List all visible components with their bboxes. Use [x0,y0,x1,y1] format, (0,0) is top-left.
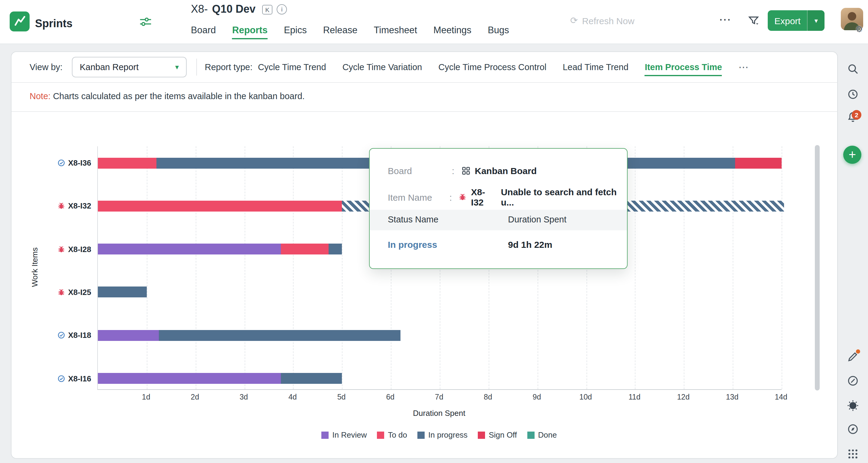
work-item-label-x8-i25[interactable]: X8-I25 [11,286,91,298]
tab-board[interactable]: Board [191,25,216,39]
tooltip-duration-value: 9d 1h 22m [508,239,552,250]
feedback-alert-dot [856,349,860,354]
work-item-id: X8-I25 [68,288,91,297]
search-icon[interactable] [847,63,859,75]
vertical-scrollbar[interactable] [815,145,820,390]
legend-label: Sign Off [489,430,517,439]
report-tab-lead-time-trend[interactable]: Lead Time Trend [563,62,628,72]
item-process-time-chart: Work Items Duration Spent In ReviewTo do… [11,111,837,458]
compass-icon[interactable] [847,423,859,435]
sprints-logo[interactable] [10,11,30,31]
header-more-button[interactable]: ⋯ [719,12,732,27]
apps-grid-icon[interactable] [847,448,859,460]
view-by-label: View by: [30,62,63,72]
settings-gear-icon[interactable]: ⚙ [855,24,863,34]
note-prefix: Note: [30,91,51,101]
bar-segment-x8-i28-to-do[interactable] [281,243,329,255]
sprints-logo-glyph [12,14,27,29]
work-item-label-x8-i28[interactable]: X8-I28 [11,243,91,255]
bar-segment-x8-i32-to-do[interactable] [98,201,342,211]
bug-icon [57,202,65,210]
work-item-label-x8-i18[interactable]: X8-I18 [11,329,91,341]
report-tab-label: Cycle Time Process Control [438,62,546,76]
tooltip-board-row: Board : Kanban Board [388,166,537,176]
x-axis-tick-9d: 9d [522,393,552,401]
tab-epics[interactable]: Epics [284,25,307,39]
board-settings-icon[interactable] [139,16,152,30]
report-tab-cycle-time-process-control[interactable]: Cycle Time Process Control [438,62,546,72]
report-tab-label: Cycle Time Trend [258,62,326,76]
gridline-12d [684,146,685,389]
tooltip-separator: : [452,166,462,176]
work-item-label-x8-i32[interactable]: X8-I32 [11,200,91,212]
info-icon[interactable]: i [277,4,287,15]
legend-item-in-review[interactable]: In Review [321,430,367,439]
feedback-pencil-icon[interactable] [847,351,859,363]
toolbar-divider [196,59,197,76]
chart-tooltip: Board : Kanban Board Item Name : X8-I32 … [369,148,628,269]
tooltip-item-id: X8-I32 [471,187,497,207]
tooltip-item-row: Item Name : X8-I32 Unable to search and … [388,187,627,207]
refresh-now-button[interactable]: ⟳ Refresh Now [570,15,634,26]
report-tab-cycle-time-trend[interactable]: Cycle Time Trend [258,62,326,72]
work-item-label-x8-i36[interactable]: X8-I36 [11,157,91,169]
x-axis-tick-11d: 11d [619,393,650,401]
x-axis-tick-2d: 2d [180,393,210,401]
gridline-5d [342,146,343,389]
bar-segment-x8-i16-in-progress[interactable] [281,373,342,384]
tab-meetings[interactable]: Meetings [433,25,471,39]
legend-swatch [377,431,384,438]
refresh-icon: ⟳ [570,15,578,26]
legend-label: To do [388,430,407,439]
report-tab-item-process-time[interactable]: Item Process Time [645,62,722,72]
bar-segment-x8-i18-in-review[interactable] [98,330,159,341]
task-check-icon [57,331,65,339]
tooltip-table-header: Status Name Duration Spent [370,210,627,230]
report-tab-label: Lead Time Trend [563,62,628,76]
legend-label: Done [538,430,557,439]
legend-swatch [527,431,534,438]
tab-release[interactable]: Release [323,25,358,39]
filter-icon[interactable] [748,15,760,29]
work-item-id: X8-I32 [68,202,91,211]
bar-segment-x8-i28-in-review[interactable] [98,243,281,255]
legend-item-sign-off[interactable]: Sign Off [478,430,517,439]
chart-legend: In ReviewTo doIn progressSign OffDone [97,430,781,439]
x-axis-tick-8d: 8d [473,393,503,401]
bar-segment-x8-i25-in-progress[interactable] [98,287,147,298]
bug-icon [459,193,467,201]
project-title: X8- Q10 Dev K i [191,3,287,16]
bar-segment-x8-i36-to-do[interactable] [98,157,156,168]
tab-reports[interactable]: Reports [232,25,268,39]
x-axis-tick-7d: 7d [424,393,454,401]
chevron-down-icon: ▾ [175,63,179,71]
add-new-button[interactable]: + [843,146,861,164]
bar-segment-x8-i16-in-review[interactable] [98,373,281,384]
export-dropdown-caret[interactable]: ▾ [807,10,825,31]
bar-segment-x8-i18-in-progress[interactable] [159,330,401,341]
export-label: Export [768,10,807,31]
tab-bugs[interactable]: Bugs [488,25,509,39]
legend-swatch [417,431,425,438]
legend-item-done[interactable]: Done [527,430,557,439]
contrast-icon[interactable] [847,400,859,412]
bar-segment-x8-i28-in-progress[interactable] [329,243,342,255]
report-type-tabs: Cycle Time TrendCycle Time VariationCycl… [258,52,749,82]
work-item-label-x8-i16[interactable]: X8-I16 [11,372,91,384]
bug-icon [57,288,65,296]
bar-segment-x8-i36-sign-off[interactable] [735,157,782,168]
report-tabs-more-button[interactable]: ⋯ [738,61,749,74]
annotate-icon[interactable] [847,375,859,387]
refresh-label: Refresh Now [582,16,634,26]
legend-item-in-progress[interactable]: In progress [417,430,467,439]
tab-timesheet[interactable]: Timesheet [374,25,417,39]
export-button[interactable]: Export ▾ [768,10,825,31]
history-clock-icon[interactable] [847,88,859,100]
legend-swatch [478,431,485,438]
view-by-select[interactable]: Kanban Report ▾ [72,57,187,77]
report-tab-cycle-time-variation[interactable]: Cycle Time Variation [342,62,422,72]
tooltip-status-value: In progress [388,239,437,250]
tooltip-col-status: Status Name [388,214,438,224]
legend-item-to-do[interactable]: To do [377,430,407,439]
notifications-badge: 2 [852,110,861,120]
